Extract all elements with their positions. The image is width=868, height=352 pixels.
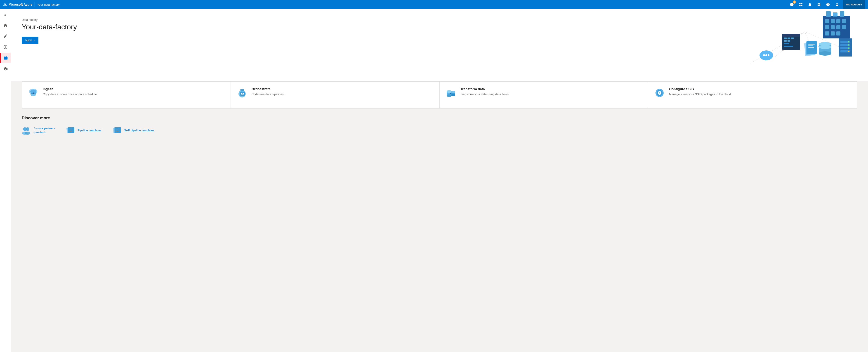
svg-point-94 — [26, 127, 29, 131]
sidebar-item-author[interactable] — [0, 31, 11, 41]
ssis-card-title: Configure SSIS — [669, 87, 732, 91]
sidebar: » — [0, 9, 11, 144]
svg-rect-19 — [784, 43, 789, 44]
message-icon[interactable]: 1 — [789, 1, 795, 8]
discover-item-sap-pipeline[interactable]: SAP pipeline templates — [112, 126, 154, 135]
hero-illustration — [737, 11, 855, 76]
svg-point-83 — [451, 94, 455, 96]
sidebar-item-monitor[interactable] — [0, 42, 11, 52]
transform-card-desc: Transform your data using data flows. — [460, 92, 509, 96]
feature-card-ssis[interactable]: Configure SSIS Manage & run your SSIS pa… — [648, 81, 857, 109]
svg-rect-47 — [836, 25, 840, 29]
svg-rect-107 — [116, 130, 118, 130]
ingest-card-title: Ingest — [43, 87, 98, 91]
svg-rect-17 — [784, 40, 786, 41]
svg-rect-13 — [782, 34, 800, 37]
svg-rect-41 — [825, 19, 829, 23]
sap-pipeline-label: SAP pipeline templates — [124, 128, 154, 133]
svg-rect-46 — [831, 25, 835, 29]
hero-section: Data factory Your-data-factory New ▾ — [11, 9, 868, 81]
discover-title: Discover more — [22, 116, 857, 120]
svg-point-76 — [242, 89, 244, 91]
svg-rect-42 — [831, 19, 835, 23]
svg-rect-49 — [825, 31, 829, 35]
svg-rect-70 — [241, 93, 242, 94]
main-content: Data factory Your-data-factory New ▾ — [11, 9, 868, 144]
svg-point-60 — [848, 41, 849, 42]
feature-card-ingest[interactable]: Ingest Copy data at scale once or on a s… — [22, 81, 230, 109]
sidebar-item-home[interactable] — [0, 20, 11, 30]
svg-rect-45 — [825, 25, 829, 29]
feature-card-transform[interactable]: Transform data Transform your data using… — [439, 81, 648, 109]
sidebar-toggle[interactable]: » — [0, 11, 11, 19]
svg-point-3 — [5, 47, 6, 48]
svg-rect-52 — [826, 11, 831, 17]
feature-cards-section: Ingest Copy data at scale once or on a s… — [11, 81, 868, 109]
settings-icon[interactable] — [816, 1, 822, 8]
svg-rect-44 — [842, 19, 846, 23]
transform-card-content: Transform data Transform your data using… — [460, 87, 509, 96]
monitor-icon — [3, 45, 8, 49]
bell-icon[interactable] — [807, 1, 813, 8]
orchestrate-card-desc: Code-free data pipelines. — [252, 92, 284, 96]
chevron-down-icon: ▾ — [33, 39, 35, 42]
svg-rect-28 — [808, 44, 815, 45]
hero-label: Data factory — [22, 18, 857, 22]
svg-point-39 — [819, 45, 831, 49]
discover-item-pipeline-templates[interactable]: Pipeline templates — [66, 126, 101, 135]
svg-rect-48 — [842, 25, 846, 29]
ingest-card-content: Ingest Copy data at scale once or on a s… — [43, 87, 98, 96]
svg-point-22 — [763, 54, 765, 56]
discover-item-browse-partners[interactable]: Browse partners(preview) — [22, 126, 55, 135]
feature-card-orchestrate[interactable]: Orchestrate Code-free data pipelines. — [230, 81, 439, 109]
svg-rect-14 — [784, 37, 786, 39]
new-button[interactable]: New ▾ — [22, 37, 38, 44]
top-navigation: Microsoft Azure Your-data-factory 1 — [0, 0, 868, 9]
sidebar-item-learn[interactable] — [0, 64, 11, 74]
factory-name-label: Your-data-factory — [37, 3, 59, 6]
transform-card-title: Transform data — [460, 87, 509, 91]
sap-pipeline-icon — [112, 126, 121, 135]
svg-point-84 — [451, 91, 455, 93]
sidebar-item-manage[interactable] — [0, 53, 11, 63]
notification-badge: 1 — [793, 0, 796, 4]
hero-title: Your-data-factory — [22, 23, 857, 31]
briefcase-icon — [3, 56, 8, 60]
home-icon — [3, 23, 8, 28]
pipeline-templates-icon — [66, 126, 75, 135]
svg-rect-53 — [833, 12, 837, 17]
svg-rect-108 — [116, 131, 119, 131]
svg-point-38 — [819, 51, 831, 55]
svg-point-91 — [655, 92, 657, 94]
orchestrate-card-title: Orchestrate — [252, 87, 284, 91]
orchestrate-card-content: Orchestrate Code-free data pipelines. — [252, 87, 284, 96]
svg-rect-31 — [808, 49, 813, 49]
orchestrate-icon — [236, 87, 248, 99]
browse-partners-label: Browse partners(preview) — [33, 126, 55, 135]
svg-rect-50 — [831, 31, 835, 35]
ssis-card-desc: Manage & run your SSIS packages in the c… — [669, 92, 732, 96]
svg-point-62 — [848, 48, 849, 49]
pencil-icon — [3, 34, 8, 38]
svg-point-63 — [848, 51, 849, 52]
help-icon[interactable] — [825, 1, 831, 8]
discover-section: Discover more Browse partners(preview) — [11, 109, 868, 144]
azure-logo: Microsoft Azure — [3, 2, 32, 7]
svg-rect-43 — [836, 19, 840, 23]
browse-partners-icon — [22, 126, 31, 135]
svg-rect-20 — [784, 46, 793, 47]
topnav-icon-group: 1 MICROSOFT — [789, 0, 865, 9]
svg-rect-106 — [116, 129, 119, 129]
svg-rect-29 — [808, 46, 813, 46]
svg-point-61 — [848, 44, 849, 46]
user-account-button[interactable]: MICROSOFT — [843, 0, 865, 9]
svg-point-80 — [447, 90, 452, 93]
grid-icon[interactable] — [798, 1, 804, 8]
user-icon[interactable] — [834, 1, 840, 8]
svg-point-75 — [240, 89, 242, 91]
ssis-card-content: Configure SSIS Manage & run your SSIS pa… — [669, 87, 732, 96]
svg-point-96 — [25, 131, 30, 135]
ingest-card-desc: Copy data at scale once or on a schedule… — [43, 92, 98, 96]
ssis-icon — [654, 87, 665, 99]
svg-rect-71 — [243, 93, 244, 94]
